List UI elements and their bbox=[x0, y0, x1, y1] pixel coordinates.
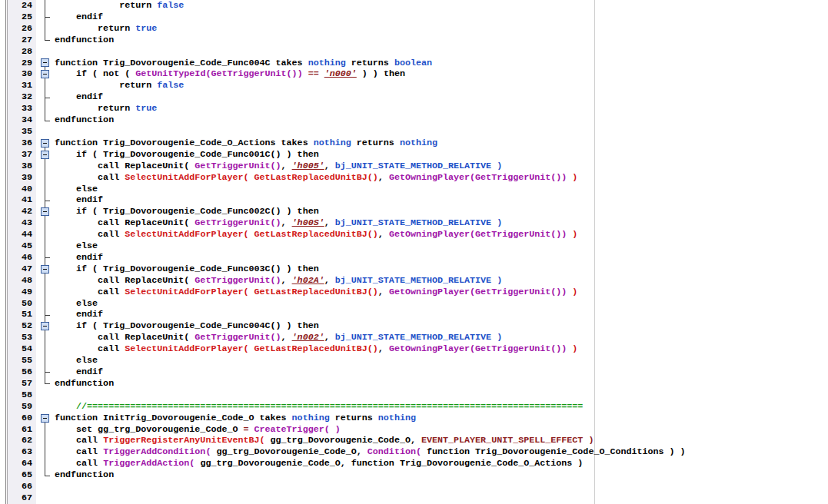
code-line[interactable]: 40 else bbox=[0, 184, 828, 195]
code-line[interactable]: 30 if ( not ( GetUnitTypeId(GetTriggerUn… bbox=[0, 68, 828, 80]
code-line[interactable]: 29function Trig_Dovorougenie_Code_Func00… bbox=[0, 58, 828, 69]
code-line[interactable]: 49 call SelectUnitAddForPlayer( GetLastR… bbox=[0, 287, 828, 298]
code-line[interactable]: 46 endif bbox=[0, 252, 828, 264]
code-text[interactable] bbox=[55, 481, 828, 492]
fold-toggle-collapse-box[interactable] bbox=[41, 58, 49, 67]
code-line[interactable]: 34endfunction bbox=[0, 114, 828, 126]
fold-toggle-collapse-box[interactable] bbox=[41, 151, 49, 159]
code-line[interactable]: 58 bbox=[0, 390, 828, 401]
code-text[interactable]: if ( not ( GetUnitTypeId(GetTriggerUnit(… bbox=[55, 68, 828, 80]
code-text[interactable]: endif bbox=[55, 252, 828, 264]
code-text[interactable]: call ReplaceUnit( GetTriggerUnit(), 'h02… bbox=[55, 275, 828, 287]
fold-toggle-collapse-box[interactable] bbox=[41, 139, 49, 148]
code-text[interactable]: set gg_trg_Dovorougenie_Code_O = CreateT… bbox=[55, 424, 828, 436]
code-line[interactable]: 32 endif bbox=[0, 91, 828, 103]
fold-toggle-collapse-box[interactable] bbox=[41, 414, 49, 423]
code-text[interactable]: endfunction bbox=[55, 35, 828, 46]
code-line[interactable]: 54 call SelectUnitAddForPlayer( GetLastR… bbox=[0, 343, 828, 355]
code-line[interactable]: 52 if ( Trig_Dovorougenie_Code_Func004C(… bbox=[0, 320, 828, 332]
code-text[interactable]: function InitTrig_Dovorougenie_Code_O ta… bbox=[55, 413, 828, 424]
code-text[interactable]: if ( Trig_Dovorougenie_Code_Func002C() )… bbox=[55, 206, 828, 217]
code-text[interactable]: call SelectUnitAddForPlayer( GetLastRepl… bbox=[55, 343, 828, 355]
fold-margin bbox=[36, 172, 55, 184]
code-line[interactable]: 48 call ReplaceUnit( GetTriggerUnit(), '… bbox=[0, 275, 828, 287]
code-text[interactable]: if ( Trig_Dovorougenie_Code_Func001C() )… bbox=[55, 149, 828, 161]
code-line[interactable]: 38 call ReplaceUnit( GetTriggerUnit(), '… bbox=[0, 161, 828, 172]
code-text[interactable] bbox=[55, 492, 828, 504]
code-text[interactable]: call SelectUnitAddForPlayer( GetLastRepl… bbox=[55, 229, 828, 240]
code-line[interactable]: 50 else bbox=[0, 298, 828, 310]
code-line[interactable]: 27endfunction bbox=[0, 35, 828, 46]
code-line[interactable]: 44 call SelectUnitAddForPlayer( GetLastR… bbox=[0, 229, 828, 240]
code-line[interactable]: 24 return false bbox=[0, 0, 828, 12]
code-text[interactable]: call ReplaceUnit( GetTriggerUnit(), 'h00… bbox=[55, 161, 828, 172]
code-line[interactable]: 47 if ( Trig_Dovorougenie_Code_Func003C(… bbox=[0, 264, 828, 275]
code-text[interactable]: return false bbox=[55, 80, 828, 91]
jass-code-editor[interactable]: 24 return false25 endif26 return true27e… bbox=[0, 0, 828, 504]
code-line[interactable]: 25 endif bbox=[0, 12, 828, 23]
code-text[interactable]: call ReplaceUnit( GetTriggerUnit(), 'h00… bbox=[55, 217, 828, 229]
code-text[interactable]: return true bbox=[55, 23, 828, 35]
code-text[interactable]: else bbox=[55, 298, 828, 310]
code-text[interactable]: return true bbox=[55, 103, 828, 114]
code-line[interactable]: 60function InitTrig_Dovorougenie_Code_O … bbox=[0, 413, 828, 424]
code-text[interactable]: call SelectUnitAddForPlayer( GetLastRepl… bbox=[55, 172, 828, 184]
code-text[interactable]: call SelectUnitAddForPlayer( GetLastRepl… bbox=[55, 287, 828, 298]
code-line[interactable]: 62 call TriggerRegisterAnyUnitEventBJ( g… bbox=[0, 435, 828, 446]
code-text[interactable]: function Trig_Dovorougenie_Code_Func004C… bbox=[55, 58, 828, 69]
fold-toggle-collapse-box[interactable] bbox=[41, 265, 49, 274]
code-line[interactable]: 51 endif bbox=[0, 309, 828, 320]
code-text[interactable]: if ( Trig_Dovorougenie_Code_Func004C() )… bbox=[55, 320, 828, 332]
code-text[interactable]: endif bbox=[55, 194, 828, 206]
code-line[interactable]: 42 if ( Trig_Dovorougenie_Code_Func002C(… bbox=[0, 206, 828, 217]
code-text[interactable]: else bbox=[55, 184, 828, 195]
code-text[interactable] bbox=[55, 390, 828, 401]
code-text[interactable]: endfunction bbox=[55, 114, 828, 126]
code-text[interactable]: call ReplaceUnit( GetTriggerUnit(), 'n00… bbox=[55, 332, 828, 343]
code-line[interactable]: 36function Trig_Dovorougenie_Code_O_Acti… bbox=[0, 138, 828, 149]
code-line[interactable]: 41 endif bbox=[0, 194, 828, 206]
code-text[interactable] bbox=[55, 46, 828, 58]
code-line[interactable]: 26 return true bbox=[0, 23, 828, 35]
code-line[interactable]: 65endfunction bbox=[0, 469, 828, 481]
code-text[interactable]: call TriggerRegisterAnyUnitEventBJ( gg_t… bbox=[55, 435, 828, 446]
code-line[interactable]: 56 endif bbox=[0, 366, 828, 378]
code-text[interactable]: endif bbox=[55, 366, 828, 378]
fold-margin bbox=[36, 401, 55, 413]
code-text[interactable]: endfunction bbox=[55, 469, 828, 481]
code-line[interactable]: 53 call ReplaceUnit( GetTriggerUnit(), '… bbox=[0, 332, 828, 343]
code-text[interactable]: call TriggerAddCondition( gg_trg_Dovorou… bbox=[55, 446, 828, 458]
code-line[interactable]: 37 if ( Trig_Dovorougenie_Code_Func001C(… bbox=[0, 149, 828, 161]
code-text[interactable]: endfunction bbox=[55, 378, 828, 390]
code-text[interactable]: function Trig_Dovorougenie_Code_O_Action… bbox=[55, 138, 828, 149]
code-line[interactable]: 64 call TriggerAddAction( gg_trg_Dovorou… bbox=[0, 458, 828, 469]
code-text[interactable]: endif bbox=[55, 12, 828, 23]
code-text[interactable]: if ( Trig_Dovorougenie_Code_Func003C() )… bbox=[55, 264, 828, 275]
code-text[interactable]: //======================================… bbox=[55, 401, 828, 413]
code-line[interactable]: 61 set gg_trg_Dovorougenie_Code_O = Crea… bbox=[0, 424, 828, 436]
code-line[interactable]: 45 else bbox=[0, 240, 828, 252]
code-line[interactable]: 59 //===================================… bbox=[0, 401, 828, 413]
code-line[interactable]: 43 call ReplaceUnit( GetTriggerUnit(), '… bbox=[0, 217, 828, 229]
code-text[interactable]: call TriggerAddAction( gg_trg_Dovorougen… bbox=[55, 458, 828, 469]
code-line[interactable]: 35 bbox=[0, 126, 828, 138]
code-text[interactable]: else bbox=[55, 355, 828, 366]
code-line[interactable]: 57endfunction bbox=[0, 378, 828, 390]
code-line[interactable]: 67 bbox=[0, 492, 828, 504]
code-token: SelectUnitAddForPlayer( GetLastReplacedU… bbox=[125, 343, 378, 354]
code-line[interactable]: 33 return true bbox=[0, 103, 828, 114]
code-text[interactable]: else bbox=[55, 240, 828, 252]
code-text[interactable]: endif bbox=[55, 91, 828, 103]
fold-toggle-collapse-box[interactable] bbox=[41, 322, 49, 330]
fold-toggle-collapse-box[interactable] bbox=[41, 70, 49, 78]
code-text[interactable]: return false bbox=[55, 0, 828, 12]
code-line[interactable]: 63 call TriggerAddCondition( gg_trg_Dovo… bbox=[0, 446, 828, 458]
code-text[interactable]: endif bbox=[55, 309, 828, 320]
fold-toggle-collapse-box[interactable] bbox=[41, 207, 49, 216]
code-line[interactable]: 31 return false bbox=[0, 80, 828, 91]
code-text[interactable] bbox=[55, 126, 828, 138]
code-line[interactable]: 28 bbox=[0, 46, 828, 58]
code-line[interactable]: 66 bbox=[0, 481, 828, 492]
code-line[interactable]: 39 call SelectUnitAddForPlayer( GetLastR… bbox=[0, 172, 828, 184]
code-line[interactable]: 55 else bbox=[0, 355, 828, 366]
